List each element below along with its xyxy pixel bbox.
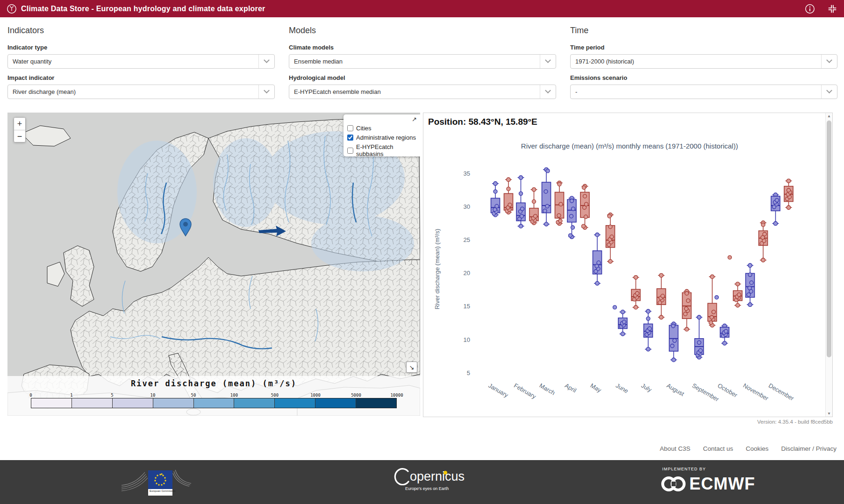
europe-map[interactable]: + − ↗ Cities Administrative regions E-HY… <box>7 113 420 416</box>
position-readout: Position: 58.43°N, 15.89°E <box>428 117 537 127</box>
svg-text:River discharge (mean) (m³/s): River discharge (mean) (m³/s) <box>434 229 441 310</box>
colorbar-tick-label: 10000 <box>390 393 403 398</box>
time-period-select[interactable]: 1971-2000 (historical) <box>570 54 837 69</box>
ecmwf-logo[interactable]: IMPLEMENTED BY ECMWF <box>661 467 755 494</box>
colorbar-segment <box>194 398 235 408</box>
map-zoom-control: + − <box>14 117 26 142</box>
chevron-down-icon <box>258 55 274 68</box>
version-text: Version: 4.35.4 - build f8ced5bb <box>757 419 833 425</box>
svg-text:December: December <box>767 382 795 402</box>
layer-ehype-subbasins[interactable]: E-HYPEcatch subbasins <box>347 143 416 157</box>
svg-text:15: 15 <box>464 303 470 310</box>
hydrological-model-value: E-HYPEcatch ensemble median <box>289 88 540 95</box>
models-section-title: Models <box>289 26 556 35</box>
chevron-down-icon <box>821 55 837 68</box>
ecmwf-wordmark: ECMWF <box>689 474 755 494</box>
svg-text:November: November <box>742 382 770 402</box>
time-column: Time Time period 1971-2000 (historical) … <box>570 26 837 99</box>
impact-indicator-value: River discharge (mean) <box>8 88 258 95</box>
ehype-subbasins-checkbox[interactable] <box>347 148 353 154</box>
svg-text:January: January <box>487 382 510 399</box>
app-header: Climate Data Store - European hydrology … <box>0 0 844 17</box>
cities-checkbox[interactable] <box>347 125 353 131</box>
scrollbar-thumb[interactable] <box>827 121 831 357</box>
indicator-type-label: Indicator type <box>7 44 275 51</box>
about-c3s-link[interactable]: About C3S <box>660 445 690 452</box>
indicator-type-select[interactable]: Water quantity <box>7 54 275 69</box>
european-commission-logo[interactable]: European Commission <box>119 467 199 497</box>
boxplot-chart[interactable]: River discharge (mean) (m³/s) monthly me… <box>427 133 823 413</box>
indicators-section-title: Indicators <box>7 26 275 35</box>
time-period-value: 1971-2000 (historical) <box>571 58 821 65</box>
colorbar-tick-label: 0 <box>29 393 32 398</box>
footer-links: About C3S Contact us Cookies Disclaimer … <box>660 445 837 452</box>
colorbar-tick-label: 50 <box>191 393 196 398</box>
svg-text:June: June <box>615 382 629 395</box>
legend-tick-labels: 01510501005001000500010000 <box>31 393 397 398</box>
time-section-title: Time <box>570 26 837 35</box>
colorbar-tick-label: 1000 <box>310 393 321 398</box>
layer-label: Administrative regions <box>356 134 416 141</box>
svg-text:March: March <box>538 382 557 397</box>
compress-icon[interactable] <box>827 4 837 14</box>
map-layers-panel: ↗ Cities Administrative regions E-HYPEca… <box>343 114 420 156</box>
colorbar-segment <box>275 398 315 408</box>
copernicus-tagline: Europe's eyes on Earth <box>405 486 449 491</box>
chevron-down-icon <box>540 85 556 99</box>
hydrological-model-select[interactable]: E-HYPEcatch ensemble median <box>289 85 556 99</box>
cookies-link[interactable]: Cookies <box>746 445 769 452</box>
indicators-column: Indicators Indicator type Water quantity… <box>7 26 275 99</box>
contact-us-link[interactable]: Contact us <box>703 445 733 452</box>
chart-panel: Position: 58.43°N, 15.89°E River dischar… <box>423 113 833 417</box>
colorbar-tick-label: 100 <box>230 393 238 398</box>
map-color-legend: River discharge (mean) (m³/s) 0151050100… <box>7 376 420 416</box>
svg-text:February: February <box>513 382 537 400</box>
copernicus-wordmark: opernicus <box>410 469 465 484</box>
scroll-down-icon[interactable]: ▼ <box>826 412 832 416</box>
colorbar-segment <box>113 398 153 408</box>
time-period-label: Time period <box>570 44 837 51</box>
administrative-regions-checkbox[interactable] <box>347 135 353 141</box>
layer-administrative-regions[interactable]: Administrative regions <box>347 134 416 141</box>
layer-label: E-HYPEcatch subbasins <box>356 143 416 157</box>
colorbar-segment <box>315 398 356 408</box>
climate-models-select[interactable]: Ensemble median <box>289 54 556 69</box>
scroll-up-icon[interactable]: ▲ <box>826 114 832 118</box>
svg-text:July: July <box>640 382 653 394</box>
info-icon[interactable] <box>805 4 815 14</box>
disclaimer-privacy-link[interactable]: Disclaimer / Privacy <box>781 445 837 452</box>
svg-text:August: August <box>665 382 686 398</box>
colorbar-segment <box>72 398 113 408</box>
chevron-down-icon <box>540 55 556 68</box>
models-column: Models Climate models Ensemble median Hy… <box>289 26 556 99</box>
svg-text:River discharge (mean) (m³/s): River discharge (mean) (m³/s) monthly me… <box>521 142 738 150</box>
impact-indicator-select[interactable]: River discharge (mean) <box>7 85 275 99</box>
colorbar-tick-label: 5 <box>111 393 113 398</box>
layer-cities[interactable]: Cities <box>347 125 416 132</box>
legend-colorbar <box>31 398 397 408</box>
climate-models-label: Climate models <box>289 44 556 51</box>
copernicus-logo[interactable]: opernicus Europe's eyes on Earth <box>394 468 449 491</box>
europe-map-graphic[interactable] <box>7 113 420 416</box>
zoom-out-button[interactable]: − <box>14 130 25 142</box>
hydrological-model-label: Hydrological model <box>289 74 556 81</box>
zoom-in-button[interactable]: + <box>14 118 25 130</box>
legend-title: River discharge (mean) (m³/s) <box>7 379 420 388</box>
expand-layers-icon[interactable]: ↗ <box>412 116 417 123</box>
svg-text:30: 30 <box>464 203 470 210</box>
colorbar-tick-label: 10 <box>150 393 156 398</box>
chart-scrollbar[interactable]: ▲ ▼ <box>825 113 832 417</box>
copernicus-c-icon <box>394 468 410 485</box>
colorbar-segment <box>356 398 396 408</box>
svg-text:September: September <box>691 382 721 403</box>
climate-models-value: Ensemble median <box>289 58 540 65</box>
svg-text:10: 10 <box>464 336 470 343</box>
emissions-scenario-value: - <box>571 88 821 95</box>
colorbar-tick-label: 500 <box>271 393 279 398</box>
brand-footer: European Commission opernicus Europe's e… <box>0 460 844 504</box>
svg-text:April: April <box>564 382 578 394</box>
colorbar-segment <box>153 398 194 408</box>
collapse-legend-button[interactable]: ↘ <box>406 362 417 373</box>
colorbar-segment <box>234 398 275 408</box>
emissions-scenario-select[interactable]: - <box>570 85 837 99</box>
